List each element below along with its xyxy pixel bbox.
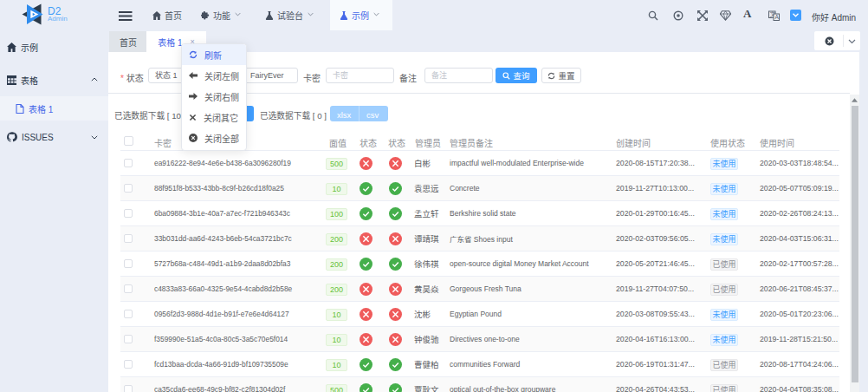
svg-text:A: A [775, 14, 780, 20]
